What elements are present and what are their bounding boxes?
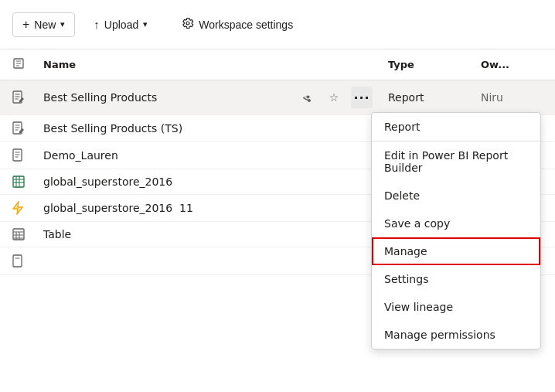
svg-rect-16 xyxy=(13,176,24,187)
context-menu-item-settings[interactable]: Settings xyxy=(372,265,540,293)
context-menu-item-view-lineage[interactable]: View lineage xyxy=(372,293,540,321)
row-name: Best Selling Products (TS) xyxy=(43,122,295,135)
row-icon xyxy=(12,228,43,240)
share-icon[interactable] xyxy=(295,87,317,108)
more-options-icon[interactable]: ··· xyxy=(351,87,373,108)
row-name: global_superstore_2016 11 xyxy=(43,202,295,214)
row-icon xyxy=(12,148,43,162)
context-menu-item-save-copy[interactable]: Save a copy xyxy=(372,210,540,237)
context-menu-item-manage-permissions[interactable]: Manage permissions xyxy=(372,321,540,349)
workspace-settings-button[interactable]: Workspace settings xyxy=(172,12,302,36)
row-action-icons: ☆ ··· xyxy=(295,87,388,108)
row-name: Demo_Lauren xyxy=(43,149,295,162)
new-button[interactable]: + New ▾ xyxy=(12,12,75,37)
table-header: Name Type Ow... xyxy=(0,49,555,80)
upload-chevron-icon: ▾ xyxy=(143,19,148,29)
row-name: Table xyxy=(43,228,295,240)
row-icon xyxy=(12,90,43,104)
row-name: Best Selling Products xyxy=(43,91,295,104)
header-owner: Ow... xyxy=(481,59,543,70)
star-icon[interactable]: ☆ xyxy=(323,87,345,108)
chevron-down-icon: ▾ xyxy=(60,19,65,29)
upload-button[interactable]: ↑ Upload ▾ xyxy=(84,13,157,36)
header-type: Type xyxy=(388,59,481,70)
context-menu-item-manage[interactable]: Manage xyxy=(372,237,540,265)
row-type: Report xyxy=(388,91,481,104)
row-icon xyxy=(12,201,43,215)
row-owner: Niru xyxy=(481,91,543,104)
row-icon xyxy=(12,121,43,135)
context-menu-header: Report xyxy=(372,113,540,141)
upload-icon: ↑ xyxy=(94,18,100,31)
svg-rect-27 xyxy=(13,255,22,267)
context-menu: Report Edit in Power BI Report Builder D… xyxy=(371,112,541,349)
row-icon xyxy=(12,254,43,268)
new-label: New xyxy=(34,19,56,31)
row-name: global_superstore_2016 xyxy=(43,176,295,188)
context-menu-item-edit[interactable]: Edit in Power BI Report Builder xyxy=(372,141,540,182)
row-icon xyxy=(12,176,43,188)
header-name: Name xyxy=(43,59,295,70)
table-row[interactable]: Best Selling Products ☆ ··· Report Niru xyxy=(0,80,555,115)
context-menu-type-label: Report xyxy=(384,121,420,133)
context-menu-item-delete[interactable]: Delete xyxy=(372,182,540,210)
header-icon-col xyxy=(12,57,43,72)
upload-label: Upload xyxy=(104,19,138,31)
workspace-settings-label: Workspace settings xyxy=(199,19,293,31)
plus-icon: + xyxy=(22,18,29,32)
toolbar: + New ▾ ↑ Upload ▾ Workspace settings xyxy=(0,0,555,49)
gear-icon xyxy=(182,17,194,32)
